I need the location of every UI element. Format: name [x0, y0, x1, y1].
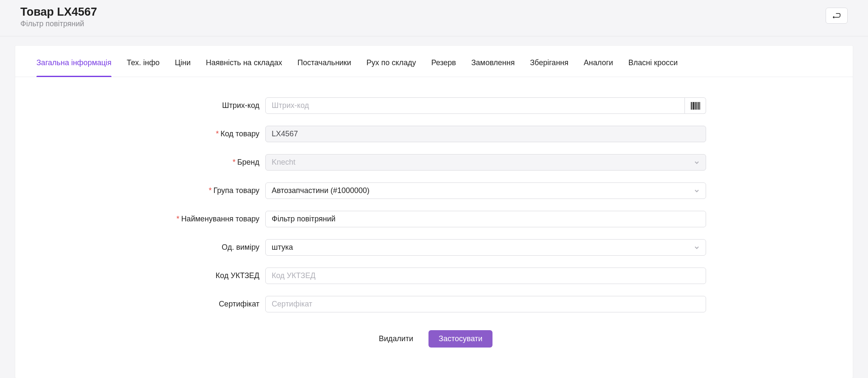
group-select[interactable]: Автозапчастини (#1000000) [265, 182, 706, 199]
page-title: Товар LX4567 [20, 5, 97, 19]
return-icon [833, 13, 840, 19]
row-brand: *Бренд Knecht [15, 154, 853, 171]
tab-movements[interactable]: Рух по складу [359, 46, 424, 77]
return-button[interactable] [826, 8, 848, 24]
barcode-input[interactable] [265, 97, 685, 114]
label-code-text: Код товару [220, 130, 259, 138]
cert-input[interactable] [265, 296, 706, 312]
required-mark: * [233, 158, 236, 166]
uktzed-input[interactable] [265, 268, 706, 284]
label-unit: Од. виміру [15, 243, 265, 252]
label-group: *Група товару [15, 186, 265, 195]
delete-button[interactable]: Видалити [376, 330, 417, 348]
product-card: Загальна інформація Тех. інфо Ціни Наявн… [15, 46, 853, 378]
barcode-scan-button[interactable] [685, 97, 706, 114]
page-title-block: Товар LX4567 Фільтр повітряний [20, 5, 97, 28]
page-subtitle: Фільтр повітряний [20, 19, 97, 28]
label-brand-text: Бренд [237, 158, 259, 166]
row-name: *Найменування товару [15, 211, 853, 227]
label-barcode: Штрих-код [15, 101, 265, 110]
row-code: *Код товару [15, 126, 853, 142]
chevron-down-icon [694, 160, 700, 166]
unit-select-value: штука [272, 243, 293, 252]
label-uktzed: Код УКТЗЕД [15, 271, 265, 280]
unit-select[interactable]: штука [265, 239, 706, 256]
label-name-text: Найменування товару [181, 215, 259, 223]
tab-tech-info[interactable]: Тех. інфо [119, 46, 167, 77]
page-header: Товар LX4567 Фільтр повітряний [0, 0, 868, 36]
general-form: Штрих-код [15, 97, 853, 348]
svg-rect-5 [697, 102, 697, 110]
required-mark: * [216, 130, 219, 138]
label-cert: Сертифікат [15, 300, 265, 309]
tab-storage[interactable]: Зберігання [522, 46, 576, 77]
code-input [265, 126, 706, 142]
row-group: *Група товару Автозапчастини (#1000000) [15, 182, 853, 199]
tabs: Загальна інформація Тех. інфо Ціни Наявн… [15, 46, 853, 77]
tab-analogs[interactable]: Аналоги [576, 46, 620, 77]
svg-rect-6 [698, 102, 698, 110]
form-actions: Видалити Застосувати [15, 330, 853, 348]
tab-orders[interactable]: Замовлення [464, 46, 523, 77]
svg-rect-8 [700, 102, 700, 110]
svg-rect-0 [691, 102, 692, 110]
group-select-value: Автозапчастини (#1000000) [272, 186, 370, 195]
label-name: *Найменування товару [15, 215, 265, 223]
svg-rect-4 [696, 102, 696, 110]
brand-select-value: Knecht [272, 158, 295, 167]
row-barcode: Штрих-код [15, 97, 853, 114]
required-mark: * [209, 186, 211, 195]
tab-own-cross[interactable]: Власні кросси [621, 46, 685, 77]
label-brand: *Бренд [15, 158, 265, 167]
svg-rect-2 [693, 102, 694, 110]
name-input[interactable] [265, 211, 706, 227]
label-group-text: Група товару [213, 186, 259, 195]
tab-stock[interactable]: Наявність на складах [198, 46, 290, 77]
required-mark: * [176, 215, 179, 223]
chevron-down-icon [694, 245, 700, 251]
label-code: *Код товару [15, 130, 265, 138]
row-uktzed: Код УКТЗЕД [15, 268, 853, 284]
tab-suppliers[interactable]: Постачальники [290, 46, 359, 77]
svg-rect-1 [692, 102, 693, 110]
tab-prices[interactable]: Ціни [167, 46, 198, 77]
brand-select: Knecht [265, 154, 706, 171]
row-unit: Од. виміру штука [15, 239, 853, 256]
tab-general[interactable]: Загальна інформація [29, 46, 119, 77]
barcode-icon [691, 102, 700, 110]
tab-reserve[interactable]: Резерв [423, 46, 463, 77]
apply-button[interactable]: Застосувати [428, 330, 492, 348]
svg-rect-3 [695, 102, 695, 110]
row-cert: Сертифікат [15, 296, 853, 312]
svg-rect-7 [698, 102, 699, 110]
chevron-down-icon [694, 188, 700, 194]
